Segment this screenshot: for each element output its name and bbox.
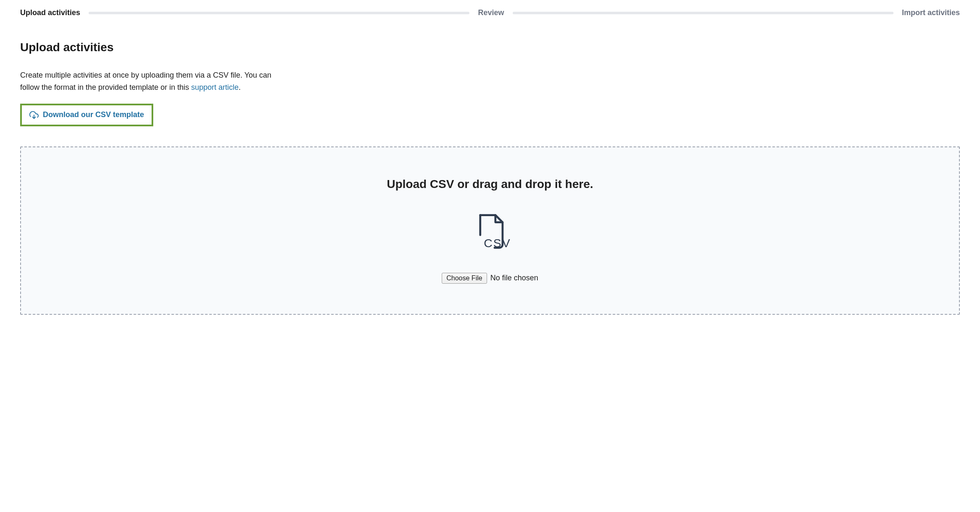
download-csv-template-button[interactable]: Download our CSV template xyxy=(20,104,153,126)
stepper: Upload activities Review Import activiti… xyxy=(20,8,960,17)
step-import-activities[interactable]: Import activities xyxy=(902,8,960,17)
step-bar xyxy=(89,12,469,14)
upload-dropzone[interactable]: Upload CSV or drag and drop it here. CSV… xyxy=(20,146,960,315)
page-description: Create multiple activities at once by up… xyxy=(20,69,280,94)
file-input-row: Choose File No file chosen xyxy=(442,273,538,284)
cloud-download-icon xyxy=(29,110,39,120)
choose-file-button[interactable]: Choose File xyxy=(442,273,487,284)
download-csv-template-label: Download our CSV template xyxy=(43,110,144,119)
description-text-post: . xyxy=(238,83,241,91)
svg-text:CSV: CSV xyxy=(484,236,510,249)
dropzone-title: Upload CSV or drag and drop it here. xyxy=(29,178,951,191)
page-title: Upload activities xyxy=(20,41,960,54)
csv-file-icon: CSV xyxy=(470,211,510,251)
file-chosen-status: No file chosen xyxy=(490,274,538,282)
step-upload-activities[interactable]: Upload activities xyxy=(20,8,80,17)
support-article-link[interactable]: support article xyxy=(191,83,238,91)
step-review[interactable]: Review xyxy=(478,8,504,17)
step-bar xyxy=(513,12,894,14)
